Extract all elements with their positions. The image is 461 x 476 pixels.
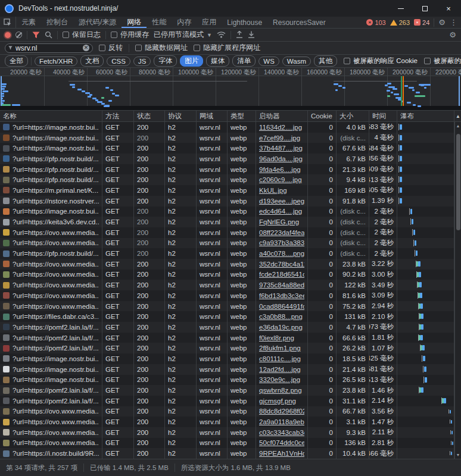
initiator-link[interactable]: fcde218d6541c6...	[259, 271, 304, 278]
hide-extension-urls-checkbox[interactable]: 隐藏扩展程序网址	[194, 43, 260, 53]
network-overview-timeline[interactable]: 20000 毫秒40000 毫秒60000 毫秒80000 毫秒100000 毫…	[0, 68, 461, 111]
table-row[interactable]: ?url=https://ovo.wxw.media...GET200h2wsr…	[0, 270, 454, 280]
initiator-link[interactable]: 11634d2....jpg	[259, 124, 302, 131]
initiator-link[interactable]: 88dc8d2968f02f...	[259, 408, 304, 415]
table-row[interactable]: ?url=https://pfp.nostr.build/...GET200h2…	[0, 164, 454, 175]
table-row[interactable]: ?url=https://pomf2.lain.la/f/...GET200h2…	[0, 343, 454, 353]
table-row[interactable]: ?url=https://image.nostr.bui...GET200h2w…	[0, 143, 454, 154]
clear-button[interactable]	[15, 32, 22, 38]
scrollbar-thumb[interactable]	[456, 134, 460, 230]
tab-2[interactable]: 源代码/来源	[73, 17, 122, 28]
initiator-link[interactable]: 0cad8864491fc0...	[259, 303, 304, 310]
table-row[interactable]: ?url=https://ovo.wxw.media...GET200h2wsr…	[0, 438, 454, 449]
table-row[interactable]: ?url=https://files.dabr.ca/c3...GET200h2…	[0, 311, 454, 322]
search-icon[interactable]	[45, 31, 52, 39]
column-header-1[interactable]: 方法	[102, 111, 134, 121]
initiator-link[interactable]: f6bd13db3c3ee3...	[259, 292, 304, 299]
chip-7[interactable]: 媒体	[206, 55, 229, 67]
chip-3[interactable]: CSS	[107, 57, 130, 66]
more-options-icon[interactable]: ⋮	[450, 18, 457, 26]
invert-checkbox[interactable]: 反转	[99, 43, 123, 53]
inspect-element-icon[interactable]	[4, 18, 12, 27]
table-row[interactable]: ?url=https://ovo.wxw.media...GET200h2wsr…	[0, 406, 454, 417]
tab-3[interactable]: 网络	[122, 17, 147, 28]
table-row[interactable]: ?url=https://ovo.wxw.media...GET200h2wsr…	[0, 280, 454, 290]
initiator-link[interactable]: c03c3343cab3e...	[259, 429, 304, 436]
column-header-0[interactable]: 名称	[0, 111, 102, 121]
table-row[interactable]: ?url=https://pomf2.lain.la/f/...GET200h2…	[0, 333, 454, 343]
initiator-link[interactable]: 9fda4e6....jpg	[259, 166, 301, 173]
table-row[interactable]: ?url=https://image.nostr.bui...GET200h2w…	[0, 206, 454, 217]
column-header-2[interactable]: 状态	[134, 111, 165, 121]
initiator-link[interactable]: 2f8ukfm1.png	[259, 345, 301, 352]
initiator-link[interactable]: edc4d64....jpg	[259, 208, 302, 215]
throttling-select[interactable]: 已停用节流模式 ▼	[154, 30, 212, 40]
chip-0[interactable]: 全部	[5, 55, 28, 67]
blocked-cookies-checkbox[interactable]: 被屏蔽的响应 Cookie	[344, 57, 418, 65]
initiator-link[interactable]: KkUL.jpg	[259, 187, 287, 194]
maximize-button[interactable]	[420, 4, 429, 12]
initiator-link[interactable]: 37b4487....jpg	[259, 145, 303, 152]
column-header-6[interactable]: 启动器	[256, 111, 308, 121]
table-row[interactable]: ?url=https://pomf2.lain.la/f/...GET200h2…	[0, 396, 454, 406]
initiator-link[interactable]: 12ad2fd....jpg	[259, 366, 301, 373]
initiator-link[interactable]: 9735c84a88ed48...	[259, 281, 304, 289]
initiator-link[interactable]: 96ad0da....jpg	[259, 155, 303, 162]
initiator-link[interactable]: 9RPEAh1VnHdPz...	[259, 450, 304, 457]
chip-8[interactable]: 清单	[232, 55, 256, 67]
minimize-button[interactable]	[397, 4, 405, 12]
tab-0[interactable]: 元素	[16, 17, 41, 28]
table-row[interactable]: ?url=https://image.nostr.bui...GET200h2w…	[0, 122, 454, 133]
chip-9[interactable]: WS	[258, 57, 279, 66]
column-header-9[interactable]: 时间	[369, 111, 397, 121]
table-row[interactable]: ?url=https://ovo.wxw.media...GET200h2wsr…	[0, 301, 454, 312]
scrollbar[interactable]: ▲ ▼	[454, 122, 461, 459]
tab-8[interactable]: ResourcesSaver	[267, 17, 331, 28]
initiator-link[interactable]: FqNrlEG.png	[259, 218, 299, 226]
error-badge[interactable]: × 103	[366, 19, 385, 26]
initiator-link[interactable]: 352dc78bc4a11c...	[259, 261, 304, 268]
chip-1[interactable]: Fetch/XHR	[35, 57, 77, 66]
tab-4[interactable]: 性能	[147, 17, 172, 28]
tab-5[interactable]: 内存	[172, 17, 197, 28]
initiator-link[interactable]: 3320e9c...jpg	[259, 376, 300, 383]
initiator-link[interactable]: c2060c9....jpg	[259, 176, 302, 183]
chip-6[interactable]: 图片	[180, 55, 203, 67]
filter-icon[interactable]	[32, 32, 40, 39]
table-row[interactable]: ?url=https://pomf2.lain.la/f/...GET200h2…	[0, 322, 454, 333]
tab-7[interactable]: Lighthouse	[222, 17, 267, 28]
chip-11[interactable]: 其他	[314, 55, 337, 67]
chip-4[interactable]: JS	[133, 57, 151, 66]
column-header-5[interactable]: 类型	[228, 111, 256, 121]
disable-cache-checkbox[interactable]: 停用缓存	[111, 30, 149, 40]
filter-input[interactable]	[15, 44, 80, 52]
initiator-link[interactable]: e7cef99....jpg	[259, 134, 300, 142]
table-row[interactable]: ?url=https://pfp.nostr.build/...GET200h2…	[0, 174, 454, 185]
table-row[interactable]: ?url=https://image.nostr.bui...GET200h2w…	[0, 353, 454, 364]
initiator-link[interactable]: c80111c....jpg	[259, 355, 301, 362]
table-row[interactable]: ?url=https://pfp.nostr.build/...GET200h2…	[0, 154, 454, 164]
record-button[interactable]	[5, 32, 11, 38]
initiator-link[interactable]: d193eee...jpeg	[259, 198, 304, 205]
issues-badge[interactable]: × 24	[414, 19, 429, 26]
import-har-icon[interactable]	[236, 31, 243, 39]
table-row[interactable]: ?url=https://pfp.nostr.build/...GET200h2…	[0, 248, 454, 259]
initiator-link[interactable]: c9a937b3a3832c...	[259, 239, 304, 246]
table-row[interactable]: ?url=https://ovo.wxw.media...GET200h2wsr…	[0, 427, 454, 438]
column-header-10[interactable]: 瀑布	[397, 111, 454, 121]
initiator-link[interactable]: 08ff223daf4fea9...	[259, 229, 304, 236]
tab-6[interactable]: 应用	[197, 17, 222, 28]
warning-badge[interactable]: 263	[390, 19, 410, 26]
table-row[interactable]: ?url=https://image.nostr.bui...GET200h2w…	[0, 375, 454, 386]
table-row[interactable]: ?url=https://nstore.nostrver...GET200h2w…	[0, 196, 454, 206]
initiator-link[interactable]: c3a0b88...png	[259, 313, 303, 320]
blocked-requests-checkbox[interactable]: 被屏蔽的请求	[424, 57, 461, 65]
initiator-link[interactable]: f0iexl8r.png	[259, 334, 294, 342]
clear-filter-icon[interactable]: ✕	[83, 45, 89, 51]
network-conditions-icon[interactable]	[217, 32, 226, 39]
table-row[interactable]: ?url=https://ovo.wxw.media...GET200h2wsr…	[0, 290, 454, 301]
initiator-link[interactable]: 50cf074ddc0ce9...	[259, 439, 304, 446]
initiator-link[interactable]: 2a9a0118a9eb2c...	[259, 418, 304, 425]
column-header-7[interactable]: Cookie	[308, 111, 337, 121]
initiator-link[interactable]: e36da19c.png	[259, 324, 303, 331]
